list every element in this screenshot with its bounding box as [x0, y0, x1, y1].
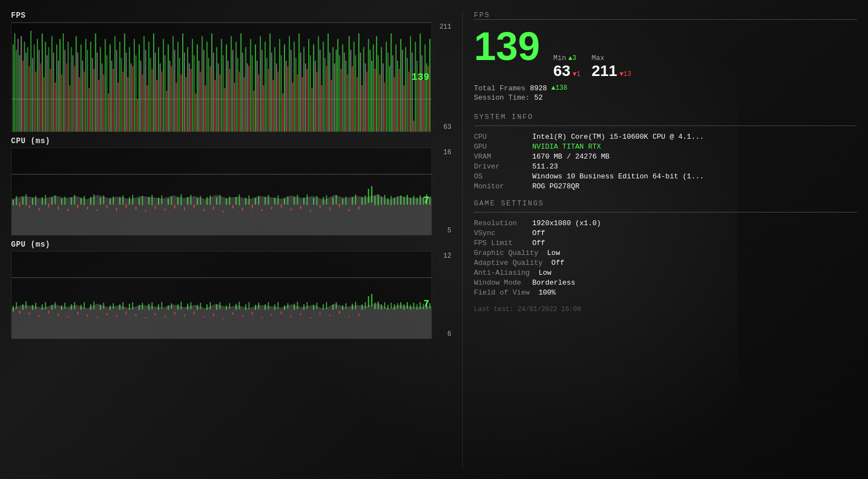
svg-rect-203 [341, 69, 342, 132]
fps-chart-wrapper: 139 211 63 [11, 22, 451, 132]
svg-rect-81 [144, 36, 145, 132]
svg-rect-409 [64, 303, 65, 309]
cpu-chart-label: CPU (ms) [11, 137, 451, 145]
svg-rect-404 [48, 311, 50, 314]
svg-rect-479 [291, 316, 292, 318]
svg-rect-362 [339, 204, 340, 208]
svg-rect-220 [368, 39, 369, 132]
settings-vsync-row: VSync Off [474, 229, 857, 237]
total-frames-label: Total Frames [474, 84, 526, 92]
svg-rect-108 [187, 47, 188, 132]
svg-rect-232 [387, 52, 389, 132]
svg-rect-485 [310, 317, 311, 318]
svg-rect-511 [394, 304, 395, 310]
svg-rect-431 [135, 314, 137, 316]
svg-rect-320 [203, 209, 204, 211]
svg-rect-128 [220, 74, 221, 132]
svg-rect-56 [103, 74, 104, 132]
svg-rect-396 [23, 304, 24, 310]
svg-rect-413 [77, 312, 78, 315]
fps-min-change-up: ▲3 [569, 55, 576, 62]
svg-rect-51 [95, 34, 96, 132]
svg-rect-466 [248, 302, 249, 309]
svg-rect-208 [348, 36, 350, 132]
svg-rect-7 [24, 42, 25, 132]
gpu-chart-label: GPU (ms) [11, 240, 451, 249]
svg-rect-188 [316, 72, 318, 132]
svg-rect-452 [203, 317, 204, 318]
svg-rect-379 [394, 198, 395, 205]
svg-rect-240 [400, 39, 401, 132]
svg-rect-344 [281, 204, 282, 208]
svg-rect-360 [332, 198, 334, 205]
cpu-axis-min: 5 [435, 227, 451, 235]
svg-rect-261 [13, 200, 14, 205]
svg-rect-32 [64, 50, 65, 132]
svg-rect-154 [261, 50, 263, 132]
svg-rect-420 [100, 305, 101, 310]
svg-rect-339 [265, 197, 266, 205]
svg-rect-3 [18, 39, 19, 132]
svg-rect-415 [84, 302, 85, 309]
svg-rect-488 [320, 313, 321, 315]
info-driver-key: Driver [474, 162, 523, 171]
svg-rect-65 [118, 83, 119, 132]
svg-rect-502 [365, 302, 366, 309]
svg-rect-86 [151, 69, 152, 132]
info-monitor-val: ROG PG278QR [532, 182, 857, 190]
svg-rect-446 [184, 315, 185, 317]
svg-rect-241 [402, 50, 403, 132]
svg-rect-48 [90, 42, 91, 132]
svg-rect-517 [413, 303, 414, 309]
svg-rect-432 [139, 305, 140, 310]
svg-rect-274 [54, 195, 56, 204]
session-time-row: Session Time: 52 [474, 94, 857, 102]
svg-rect-21 [47, 55, 48, 132]
svg-rect-239 [398, 69, 400, 132]
svg-rect-293 [116, 208, 117, 211]
svg-rect-367 [355, 194, 356, 205]
svg-rect-447 [187, 304, 188, 310]
fps-chart-svg [12, 23, 432, 132]
svg-rect-67 [121, 58, 122, 132]
svg-rect-288 [100, 198, 101, 205]
svg-rect-278 [68, 209, 69, 211]
svg-rect-13 [34, 45, 35, 132]
svg-rect-364 [345, 197, 346, 205]
svg-rect-42 [80, 45, 81, 132]
svg-rect-422 [106, 313, 107, 315]
svg-rect-90 [158, 47, 159, 132]
fps-chart-label: FPS [11, 11, 451, 20]
svg-rect-363 [342, 199, 343, 205]
svg-rect-1 [14, 34, 15, 132]
svg-rect-352 [307, 194, 308, 205]
svg-rect-390 [429, 197, 430, 205]
svg-rect-137 [234, 83, 235, 132]
svg-rect-322 [210, 195, 211, 205]
svg-rect-384 [410, 198, 411, 205]
svg-rect-205 [344, 52, 345, 132]
svg-rect-87 [153, 34, 154, 132]
system-info-divider [474, 126, 857, 126]
settings-fov-row: Field of View 100% [474, 289, 857, 297]
svg-rect-343 [277, 195, 279, 205]
svg-rect-91 [160, 63, 161, 132]
svg-rect-246 [410, 36, 411, 132]
svg-rect-436 [151, 302, 152, 309]
svg-rect-0 [13, 45, 14, 132]
fps-main-value: 139 [474, 26, 540, 66]
game-settings-title: GAME SETTINGS [474, 199, 857, 208]
svg-rect-110 [190, 69, 192, 132]
svg-rect-185 [312, 88, 313, 132]
svg-rect-264 [23, 197, 24, 205]
svg-rect-148 [252, 55, 253, 132]
svg-rect-69 [124, 34, 125, 132]
svg-rect-255 [424, 45, 425, 132]
svg-rect-177 [298, 34, 299, 132]
svg-rect-169 [286, 61, 287, 132]
svg-rect-331 [239, 194, 240, 205]
svg-rect-349 [297, 195, 298, 205]
svg-rect-273 [51, 198, 52, 205]
svg-rect-41 [79, 77, 80, 132]
svg-rect-229 [383, 63, 384, 132]
